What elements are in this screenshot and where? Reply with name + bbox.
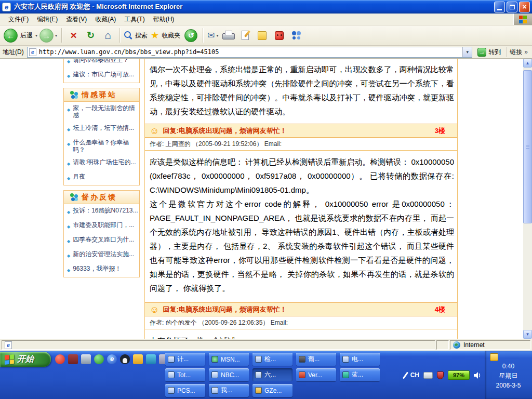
links-bar[interactable]: 链接: [510, 48, 529, 57]
sidebar-link-label: 96333，我举报！: [73, 265, 121, 272]
task-label: 我...: [221, 386, 232, 395]
app-red-button[interactable]: [272, 28, 287, 43]
scroll-up-button[interactable]: [523, 59, 532, 68]
search-button[interactable]: 搜索: [124, 31, 149, 40]
close-button[interactable]: ×: [519, 2, 530, 12]
vertical-scrollbar[interactable]: [523, 59, 532, 339]
battery-indicator[interactable]: 97%: [448, 370, 470, 380]
sidebar-link[interactable]: 新的治安管理法实施...: [64, 248, 139, 262]
calendar-tray-icon[interactable]: [490, 353, 498, 361]
quicklaunch-icon-4[interactable]: [94, 354, 104, 364]
forward-button[interactable]: → ▾: [39, 29, 57, 43]
start-label: 开始: [17, 354, 34, 365]
quicklaunch-icon-3[interactable]: [81, 354, 91, 364]
window-icon: [255, 387, 262, 394]
forward-dropdown-icon[interactable]: ▾: [55, 33, 57, 38]
sidebar-link[interactable]: 月夜: [64, 170, 139, 185]
maximize-button[interactable]: [507, 2, 517, 12]
task-button[interactable]: 我...: [209, 384, 249, 397]
quicklaunch-icon-8[interactable]: [146, 354, 156, 364]
task-label: 电...: [352, 355, 363, 364]
links-chevron-icon: [524, 48, 528, 56]
reply-post-4: 回复:电脑系统出现问题，烦请网友帮忙！ 4楼 作者: 的个的发个 （2005-0…: [145, 302, 457, 339]
quicklaunch-icon-ie[interactable]: [107, 354, 117, 364]
sidebar-link[interactable]: 四季春交叉路口为什...: [64, 233, 139, 248]
quicklaunch-icon-1[interactable]: [55, 354, 65, 364]
messenger-button[interactable]: [289, 28, 304, 43]
sidebar-link[interactable]: 96333，我举报！: [64, 262, 139, 277]
print-button[interactable]: [220, 28, 235, 43]
task-label: MSN...: [221, 356, 240, 363]
task-button[interactable]: GZe...: [252, 384, 292, 397]
bullet-icon: [67, 105, 70, 114]
scrollbar-thumb[interactable]: [523, 70, 532, 223]
refresh-button[interactable]: [83, 28, 98, 43]
task-button[interactable]: PCS...: [165, 384, 205, 397]
sidebar-link-label: 家，一段无法割舍的情感: [73, 104, 138, 119]
task-button[interactable]: Tot...: [165, 368, 205, 381]
sidebar-link[interactable]: 市建委及职能部门，...: [64, 219, 139, 233]
bullet-icon: [67, 222, 70, 231]
task-button[interactable]: 蓝...: [340, 368, 380, 381]
back-button[interactable]: ← 后退 ▾: [4, 29, 37, 43]
volume-icon[interactable]: [474, 372, 481, 379]
taskbar-clock[interactable]: 0:40 星期日 2006-3-5: [485, 351, 532, 399]
floor-badge: 4楼: [435, 305, 445, 314]
address-input[interactable]: e http://www.luan.gov.cn/bbs/bbs_view.ph…: [27, 47, 473, 58]
menu-help[interactable]: 帮助(H): [149, 14, 179, 25]
history-button[interactable]: [183, 28, 198, 43]
menu-tools[interactable]: 工具(T): [120, 14, 149, 25]
mail-icon: [207, 30, 215, 41]
back-arrow-icon: ←: [4, 29, 18, 43]
menu-file[interactable]: 文件(F): [4, 14, 33, 25]
clock-time: 0:40: [502, 363, 514, 370]
back-dropdown-icon[interactable]: ▾: [35, 33, 37, 38]
search-label: 搜索: [135, 31, 148, 40]
sidebar-link[interactable]: 家，一段无法割舍的情感: [64, 102, 139, 122]
task-button[interactable]: 葡...: [296, 353, 336, 366]
url-text[interactable]: http://www.luan.gov.cn/bbs/bbs_view.php?…: [39, 48, 460, 56]
task-button[interactable]: Ver...: [296, 368, 336, 381]
task-button-active[interactable]: 六...: [252, 368, 292, 381]
mail-dropdown-icon[interactable]: ▾: [216, 33, 218, 38]
scroll-down-button[interactable]: [523, 330, 532, 339]
edit-button[interactable]: [237, 28, 252, 43]
sidebar-link[interactable]: 建议：市民广场可放...: [64, 68, 139, 83]
sidebar-link[interactable]: 请教:明珠广场住宅的...: [64, 156, 139, 170]
minimize-button[interactable]: [494, 2, 505, 12]
quicklaunch-icon-7[interactable]: [133, 354, 143, 364]
discuss-button[interactable]: [255, 28, 270, 43]
bullet-icon: [67, 251, 70, 260]
keyboard-tray-icon[interactable]: [423, 372, 433, 379]
go-button[interactable]: 转到: [475, 47, 503, 57]
task-button[interactable]: 计...: [165, 353, 205, 366]
stop-button[interactable]: [66, 28, 81, 43]
task-button[interactable]: 电...: [340, 353, 380, 366]
pen-tray-icon[interactable]: [403, 371, 408, 379]
task-button[interactable]: NBC...: [209, 368, 249, 381]
task-button[interactable]: 检...: [252, 353, 292, 366]
mail-button[interactable]: ▾: [207, 30, 218, 41]
menu-view[interactable]: 查看(V): [62, 14, 91, 25]
quicklaunch-icon-qq[interactable]: [120, 354, 130, 364]
sidebar-link[interactable]: 请问帝都黎园业主？: [64, 59, 139, 68]
sidebar-link[interactable]: 投诉：16路皖N07213...: [64, 204, 139, 219]
menu-edit[interactable]: 编辑(E): [33, 14, 62, 25]
favorites-button[interactable]: 收藏夹: [151, 30, 181, 41]
security-zone-panel: Internet: [450, 340, 530, 350]
start-button[interactable]: 开始: [0, 352, 51, 367]
sidebar-link[interactable]: 什么是幸福？你幸福吗？: [64, 136, 139, 156]
address-dropdown-button[interactable]: [462, 47, 472, 57]
home-button[interactable]: [100, 28, 115, 43]
sidebar-link[interactable]: 坛上冷清，坛下热情...: [64, 122, 139, 136]
sidebar-link-label: 坛上冷清，坛下热情...: [73, 124, 134, 131]
msn-icon: [211, 356, 218, 363]
printer-icon: [222, 31, 234, 40]
task-button[interactable]: MSN...: [209, 353, 249, 366]
input-language-indicator[interactable]: CH: [410, 371, 419, 379]
menu-favorites[interactable]: 收藏(A): [91, 14, 120, 25]
red-tray-icon[interactable]: [437, 371, 444, 379]
window-icon: [299, 371, 305, 378]
sidebar-link-label: 市建委及职能部门，...: [73, 221, 134, 229]
quicklaunch-icon-2[interactable]: [68, 354, 78, 364]
